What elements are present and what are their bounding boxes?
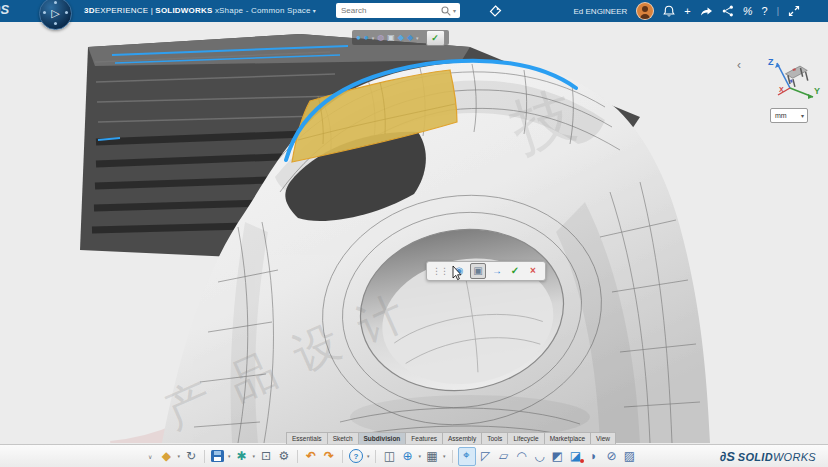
view-options-icon[interactable]: ◆ <box>407 30 413 45</box>
share-icon[interactable] <box>700 6 713 17</box>
save-caret-icon[interactable]: ▾ <box>228 453 231 459</box>
settings-gear-button[interactable]: ⚙ <box>276 448 292 465</box>
logo-works: WORKS <box>773 451 816 463</box>
view-options-caret-icon[interactable]: ▾ <box>416 35 419 41</box>
panels-button[interactable]: ◫ <box>381 448 397 465</box>
brand-solidworks: SOLIDWORKS <box>155 6 212 15</box>
tag-icon[interactable] <box>489 5 502 18</box>
drag-handle[interactable]: ⋮⋮ <box>432 266 448 276</box>
visibility-filter-icon[interactable]: ◍ <box>377 30 384 45</box>
redo-button[interactable]: ↷ <box>321 448 337 465</box>
user-name[interactable]: Ed ENGINEER <box>574 7 628 16</box>
avatar[interactable] <box>636 2 654 20</box>
tab-lifecycle[interactable]: Lifecycle <box>507 432 544 444</box>
tab-assembly[interactable]: Assembly <box>442 432 482 444</box>
compass-apps-caret-icon[interactable]: ▾ <box>252 453 255 459</box>
expand-icon[interactable] <box>788 5 800 17</box>
crown-tool-button[interactable]: ◡ <box>532 448 548 465</box>
top-bar-right: Ed ENGINEER + % ? | <box>574 0 828 22</box>
cage-tool-button[interactable]: ▨ <box>622 448 638 465</box>
workspace-caret-icon[interactable]: ▾ <box>313 8 316 14</box>
action-bar: ∨ ◆ ▾ ↻ ▾ ✱ ▾ ⊡ ⚙ ↶ ↷ ? ▾ ◫ ⊕ ▾ ▦ ▾ ⌖ ◸ … <box>0 444 828 467</box>
help-button[interactable]: ? <box>349 449 363 463</box>
new-design-caret-icon[interactable]: ▾ <box>177 453 180 459</box>
toolbar-separator <box>375 450 376 463</box>
axis-z-label: Z <box>768 57 774 67</box>
compass-apps-button[interactable]: ✱ <box>233 448 249 465</box>
app-window: 产品设计 技 ● ● ▾ ◍ ▣ ◆ ◆ ▾ ✓ ⋮⋮ ◉ ▣ → ✓ × ‹ <box>0 0 828 467</box>
search-icon[interactable] <box>441 6 451 16</box>
extrude-tool-button[interactable]: ◸ <box>478 448 494 465</box>
tab-features[interactable]: Features <box>405 432 443 444</box>
face-tool-button[interactable]: ▱ <box>496 448 512 465</box>
units-value: mm <box>771 112 801 119</box>
toolbar-overflow-chevron[interactable]: ∨ <box>148 453 152 460</box>
match-tool-icon[interactable]: ▣ <box>470 263 486 279</box>
tab-marketplace[interactable]: Marketplace <box>544 432 591 444</box>
confirm-button[interactable]: ✓ <box>426 30 445 46</box>
toolbar-separator <box>204 450 205 463</box>
undo-button[interactable]: ↶ <box>303 448 319 465</box>
manipulator-button[interactable]: ⌖ <box>458 447 476 466</box>
offset-tool-button[interactable]: ◪ <box>568 448 584 465</box>
notifications-icon[interactable] <box>663 5 675 17</box>
axis-y-label: Y <box>814 86 820 96</box>
tab-subdivision[interactable]: Subdivision <box>358 432 407 444</box>
web-browser-button[interactable]: ⊕ <box>399 448 415 465</box>
toolbar-separator <box>342 450 343 463</box>
search-caret-icon[interactable]: ▾ <box>453 7 456 14</box>
brand-experience: EXPERIENCE <box>95 6 149 15</box>
collaboration-icon[interactable]: % <box>743 0 753 22</box>
display-style-icon[interactable]: ● <box>356 30 361 45</box>
search-input[interactable] <box>336 6 439 15</box>
dassault-logo-partial: ∂S <box>0 2 9 17</box>
collapse-panel-chevron[interactable]: ‹ <box>737 58 741 72</box>
units-dropdown[interactable]: mm ▾ <box>770 108 808 123</box>
compass-play-icon[interactable]: ▷ <box>40 0 71 29</box>
logo-solid: SOLID <box>738 451 773 463</box>
bridge-tool-button[interactable]: ◠ <box>514 448 530 465</box>
viewport[interactable]: 产品设计 技 <box>0 22 828 443</box>
display-style-alt-icon[interactable]: ● <box>364 30 369 45</box>
workspace-name[interactable]: xShape - Common Space <box>212 6 310 15</box>
icon-divider: | <box>777 6 779 16</box>
view-modes-caret-icon[interactable]: ▾ <box>443 453 446 459</box>
3ds-logo-mark: ∂S <box>720 449 735 464</box>
toolbar-separator <box>297 450 298 463</box>
app-title: 3DEXPERIENCE | SOLIDWORKS xShape - Commo… <box>84 0 316 22</box>
continue-arrow-icon[interactable]: → <box>490 264 504 278</box>
accept-icon[interactable]: ✓ <box>508 264 522 278</box>
bend-tool-button[interactable]: ◗ <box>586 448 602 465</box>
tab-view[interactable]: View <box>590 432 616 444</box>
axis-x-label: X <box>779 86 784 93</box>
modify-tool-icon[interactable]: ◉ <box>452 264 466 278</box>
solidworks-logo: ∂SSOLIDWORKS <box>720 447 816 465</box>
cancel-icon[interactable]: × <box>526 264 540 278</box>
thicken-tool-button[interactable]: ◩ <box>550 448 566 465</box>
tab-sketch[interactable]: Sketch <box>327 432 359 444</box>
action-bar-tabs: Essentials Sketch Subdivision Features A… <box>286 432 615 444</box>
tab-essentials[interactable]: Essentials <box>286 432 328 444</box>
tab-tools[interactable]: Tools <box>481 432 508 444</box>
export-button[interactable]: ⊡ <box>258 448 274 465</box>
save-button[interactable] <box>211 450 224 462</box>
help-caret-icon[interactable]: ▾ <box>367 453 370 459</box>
view-triad[interactable]: Z Y X <box>763 54 821 109</box>
new-design-button[interactable]: ◆ <box>158 448 174 465</box>
help-icon[interactable]: ? <box>762 0 768 22</box>
section-view-icon[interactable]: ◆ <box>398 30 404 45</box>
add-icon[interactable]: + <box>684 0 690 22</box>
web-browser-caret-icon[interactable]: ▾ <box>418 453 421 459</box>
refresh-button[interactable]: ↻ <box>183 448 199 465</box>
units-caret-icon: ▾ <box>801 112 807 119</box>
search-box: ▾ <box>336 3 460 18</box>
view-modes-button[interactable]: ▦ <box>424 448 440 465</box>
snapshot-icon[interactable]: ▣ <box>387 30 395 45</box>
trim-tool-button[interactable]: ⊘ <box>604 448 620 465</box>
3d-scene[interactable] <box>0 22 828 443</box>
share-network-icon[interactable] <box>722 5 734 17</box>
display-style-caret-icon[interactable]: ▾ <box>372 35 375 41</box>
toolbar-separator <box>452 450 453 463</box>
3dexperience-compass[interactable]: ▷ <box>39 0 72 30</box>
viewport-mini-toolbar: ● ● ▾ ◍ ▣ ◆ ◆ ▾ ✓ <box>352 30 449 45</box>
